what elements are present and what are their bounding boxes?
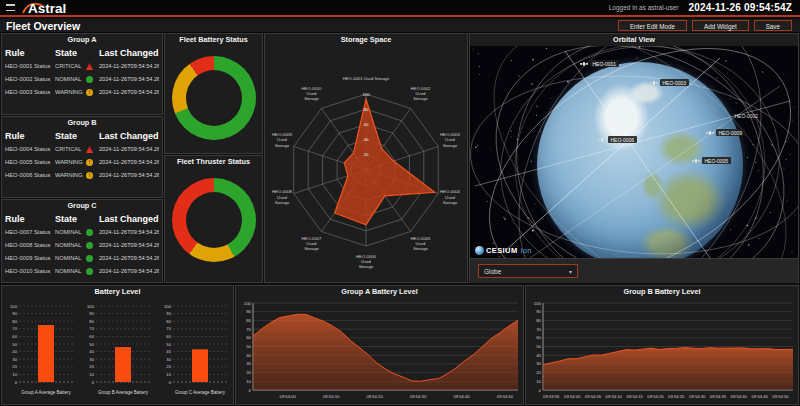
battery-level-bar-charts[interactable]: 0102030405060708090100Group A Average Ba… (2, 298, 233, 402)
svg-text:20: 20 (536, 370, 541, 375)
radar-data-polygon (335, 99, 435, 224)
battery-bar (115, 347, 131, 382)
area-fill (543, 348, 793, 391)
svg-text:09:54:30: 09:54:30 (410, 394, 427, 399)
storage-space-radar-chart[interactable]: 20406080100HEO-0001 Used StorageHEO-0002… (265, 46, 467, 286)
svg-text:100: 100 (363, 92, 371, 97)
svg-text:09:54:20: 09:54:20 (647, 394, 664, 399)
svg-text:10: 10 (89, 372, 94, 377)
satellite-id: HEO-0005 (702, 157, 731, 164)
state-icon-cell (86, 169, 99, 182)
satellite-id: HEO-0009 (716, 129, 745, 136)
add-widget-button[interactable]: Add Widget (692, 20, 749, 31)
svg-text:40: 40 (166, 349, 171, 354)
state-icon-cell (86, 73, 99, 86)
svg-text:50: 50 (246, 344, 251, 349)
satellite-id: HEO-0003 (660, 79, 689, 86)
satellite-label[interactable]: HEO-0009 (706, 129, 745, 136)
radar-axis-label: HEO-0002UsedStorage (411, 86, 431, 101)
rule-cell: HEO-0005 Status (5, 156, 55, 169)
group-b-status-panel: Group B Rule State Last Changed HEO-0004… (1, 116, 163, 198)
enter-edit-mode-button[interactable]: Enter Edit Mode (618, 20, 687, 31)
last-changed-cell: 2024-11-26T09:54:54.263 UTC (99, 143, 159, 156)
group-a-battery-panel: Group A Battery Level 010203040506070809… (235, 285, 524, 405)
group-a-battery-area-chart[interactable]: 010203040506070809010009:54:0009:54:1009… (236, 298, 523, 406)
svg-text:09:54:00: 09:54:00 (564, 394, 581, 399)
group-a-battery-svg: 010203040506070809010009:54:0009:54:1009… (236, 298, 523, 403)
last-changed-cell: 2024-11-26T09:54:54.263 UTC (99, 226, 159, 239)
orbital-map[interactable]: HEO-0001HEO-0003HEO-0002HEO-0009HEO-0005… (470, 46, 798, 258)
rule-cell: HEO-0003 Status (5, 86, 55, 99)
svg-text:20: 20 (12, 364, 17, 369)
svg-text:20: 20 (364, 152, 369, 157)
panel-title: Orbital View (470, 34, 798, 46)
astral-logo: Astral (19, 0, 91, 16)
svg-text:90: 90 (89, 311, 94, 316)
svg-text:40: 40 (536, 353, 541, 358)
group-b-battery-svg: 010203040506070809010009:53:5509:54:0009… (526, 298, 798, 403)
fleet-thruster-status-panel: Fleet Thruster Status (164, 155, 263, 283)
svg-text:80: 80 (89, 319, 94, 324)
panel-title: Group B (2, 117, 162, 129)
svg-text:0: 0 (539, 388, 542, 393)
cesium-ion-logo[interactable]: CESIUM ion (475, 246, 532, 255)
group-b-battery-area-chart[interactable]: 010203040506070809010009:53:5509:54:0009… (526, 298, 798, 406)
svg-text:09:54:30: 09:54:30 (689, 394, 706, 399)
panel-title: Group B Battery Level (526, 286, 798, 298)
svg-text:40: 40 (364, 137, 369, 142)
column-header: Rule (5, 46, 55, 60)
save-button[interactable]: Save (754, 20, 792, 31)
svg-text:50: 50 (12, 342, 17, 347)
state-icon-cell (86, 226, 99, 239)
svg-text:0: 0 (91, 380, 94, 385)
satellite-label[interactable]: HEO-0006 (598, 136, 637, 143)
nominal-icon (86, 255, 93, 262)
panel-title: Group A (2, 34, 162, 46)
svg-text:50: 50 (536, 344, 541, 349)
svg-text:0: 0 (168, 380, 171, 385)
menu-icon[interactable] (6, 4, 15, 11)
satellite-id: HEO-0002 (732, 112, 761, 119)
svg-text:30: 30 (89, 357, 94, 362)
last-changed-cell: 2024-11-26T09:54:54.263 UTC (99, 73, 159, 86)
satellite-icon (598, 137, 606, 143)
map-toolbar: Globe ▾ (470, 258, 798, 283)
satellite-label[interactable]: HEO-0003 (650, 79, 689, 86)
svg-text:09:53:55: 09:53:55 (543, 394, 560, 399)
svg-text:09:54:10: 09:54:10 (323, 394, 340, 399)
svg-text:20: 20 (166, 364, 171, 369)
fleet-thruster-donut-chart[interactable] (172, 178, 256, 262)
svg-text:09:54:45: 09:54:45 (752, 394, 769, 399)
login-status: Logged in as astral-user (609, 4, 679, 11)
svg-text:100: 100 (10, 304, 18, 309)
svg-text:100: 100 (534, 301, 542, 306)
svg-text:80: 80 (12, 319, 17, 324)
page-header: Fleet Overview Enter Edit Mode Add Widge… (0, 19, 800, 33)
svg-text:70: 70 (89, 326, 94, 331)
state-cell: CRITICAL (55, 143, 86, 156)
rule-cell: HEO-0008 Status (5, 239, 55, 252)
satellite-id: HEO-0001 (590, 60, 619, 67)
column-header: State (55, 46, 99, 60)
radar-axis-label: HEO-0003UsedStorage (440, 132, 460, 147)
radar-axis-label: HEO-0007UsedStorage (302, 236, 322, 251)
svg-text:60: 60 (536, 335, 541, 340)
svg-text:60: 60 (364, 122, 369, 127)
fleet-battery-donut-chart[interactable] (172, 56, 256, 140)
satellite-id: HEO-0006 (608, 136, 637, 143)
satellite-label[interactable]: HEO-0002 (732, 112, 761, 119)
status-table: Rule State Last Changed HEO-0004 StatusC… (2, 129, 162, 182)
state-cell: WARNING (55, 156, 86, 169)
panel-title: Group C (2, 200, 162, 212)
state-cell: NOMINAL (55, 239, 86, 252)
svg-text:50: 50 (89, 342, 94, 347)
globe-layer-select[interactable]: Globe ▾ (478, 264, 578, 278)
group-a-status-panel: Group A Rule State Last Changed HEO-0001… (1, 33, 163, 115)
satellite-label[interactable]: HEO-0005 (692, 157, 731, 164)
state-cell: NOMINAL (55, 265, 86, 278)
radar-axis-label: HEO-0005UsedStorage (411, 236, 431, 251)
battery-gauge: 0102030405060708090100Group C Average Ba… (158, 298, 232, 402)
svg-text:90: 90 (12, 311, 17, 316)
cesium-brand: CESIUM (486, 246, 518, 255)
satellite-label[interactable]: HEO-0001 (580, 60, 619, 67)
